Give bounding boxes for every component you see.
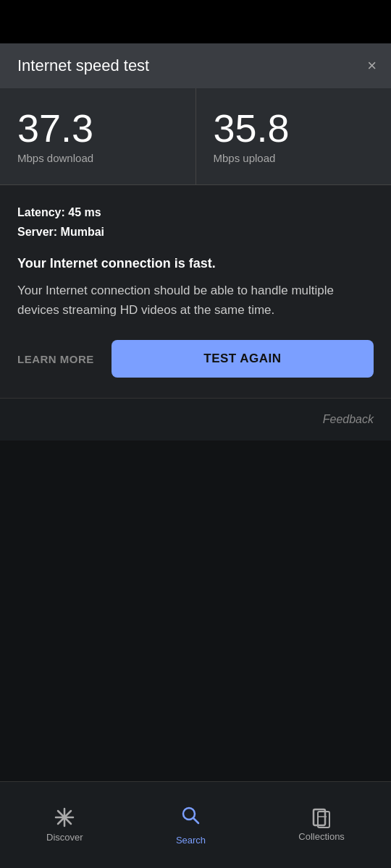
collections-label: Collections xyxy=(298,831,345,842)
download-label: Mbps download xyxy=(17,152,93,164)
upload-box: 35.8 Mbps upload xyxy=(196,88,392,184)
action-row: LEARN MORE TEST AGAIN xyxy=(17,340,374,378)
top-status-bar xyxy=(0,0,391,43)
svg-point-4 xyxy=(62,815,67,820)
nav-item-collections[interactable]: Collections xyxy=(277,801,366,849)
discover-label: Discover xyxy=(46,832,83,843)
svg-line-6 xyxy=(194,818,199,823)
server-label: Server: xyxy=(17,226,61,238)
feedback-button[interactable]: Feedback xyxy=(323,413,374,426)
connection-status: Your Internet connection is fast. xyxy=(17,256,374,271)
upload-value: 35.8 xyxy=(214,109,290,148)
upload-label: Mbps upload xyxy=(214,152,276,164)
latency-server-info: Latency: 45 ms Server: Mumbai xyxy=(17,203,374,242)
modal-header: Internet speed test × xyxy=(0,43,391,88)
main-content xyxy=(0,441,391,781)
latency-value: 45 ms xyxy=(68,206,101,218)
close-button[interactable]: × xyxy=(367,58,377,74)
search-icon xyxy=(180,805,201,830)
learn-more-button[interactable]: LEARN MORE xyxy=(17,353,94,365)
svg-point-5 xyxy=(183,808,195,820)
collections-icon xyxy=(312,808,331,827)
feedback-section: Feedback xyxy=(0,398,391,441)
info-section: Latency: 45 ms Server: Mumbai Your Inter… xyxy=(0,185,391,398)
discover-icon xyxy=(54,807,75,827)
modal-title: Internet speed test xyxy=(17,56,149,75)
nav-item-discover[interactable]: Discover xyxy=(25,800,105,850)
search-label: Search xyxy=(176,835,206,846)
nav-item-search[interactable]: Search xyxy=(154,798,227,853)
latency-label: Latency: xyxy=(17,206,68,218)
connection-description: Your Internet connection should be able … xyxy=(17,281,374,320)
download-box: 37.3 Mbps download xyxy=(0,88,196,184)
speed-section: 37.3 Mbps download 35.8 Mbps upload xyxy=(0,88,391,184)
bottom-navigation: Discover Search Collections xyxy=(0,781,391,868)
test-again-button[interactable]: TEST AGAIN xyxy=(112,340,374,378)
download-value: 37.3 xyxy=(17,109,93,148)
server-value: Mumbai xyxy=(61,226,104,238)
